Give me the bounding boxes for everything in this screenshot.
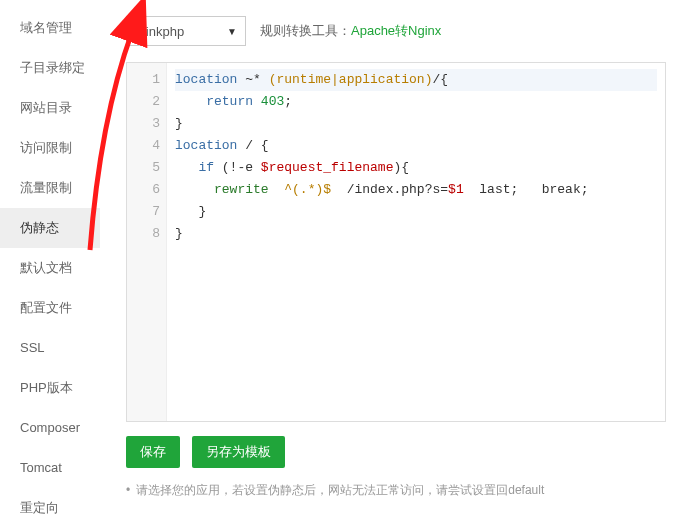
- hint-text: •请选择您的应用，若设置伪静态后，网站无法正常访问，请尝试设置回default: [126, 482, 679, 499]
- select-value: thinkphp: [135, 24, 184, 39]
- sidebar-item-php[interactable]: PHP版本: [0, 368, 100, 408]
- sidebar-item-subdir[interactable]: 子目录绑定: [0, 48, 100, 88]
- editor-gutter: 12345678: [127, 63, 167, 421]
- sidebar-item-traffic-limit[interactable]: 流量限制: [0, 168, 100, 208]
- editor-code[interactable]: location ~* (runtime|application)/{ retu…: [167, 63, 665, 421]
- save-button[interactable]: 保存: [126, 436, 180, 468]
- hint-content: 请选择您的应用，若设置伪静态后，网站无法正常访问，请尝试设置回default: [136, 483, 544, 497]
- sidebar-item-ssl[interactable]: SSL: [0, 328, 100, 368]
- sidebar-item-access-limit[interactable]: 访问限制: [0, 128, 100, 168]
- chevron-down-icon: ▼: [227, 26, 237, 37]
- sidebar-item-tomcat[interactable]: Tomcat: [0, 448, 100, 488]
- main-panel: thinkphp ▼ 规则转换工具：Apache转Nginx 12345678 …: [100, 0, 695, 520]
- convert-tool: 规则转换工具：Apache转Nginx: [260, 22, 441, 40]
- sidebar-item-domain[interactable]: 域名管理: [0, 8, 100, 48]
- convert-label: 规则转换工具：: [260, 23, 351, 38]
- sidebar: 域名管理 子目录绑定 网站目录 访问限制 流量限制 伪静态 默认文档 配置文件 …: [0, 0, 100, 520]
- sidebar-item-composer[interactable]: Composer: [0, 408, 100, 448]
- sidebar-item-config[interactable]: 配置文件: [0, 288, 100, 328]
- sidebar-item-rewrite[interactable]: 伪静态: [0, 208, 100, 248]
- convert-link[interactable]: Apache转Nginx: [351, 23, 441, 38]
- rewrite-template-select[interactable]: thinkphp ▼: [126, 16, 246, 46]
- sidebar-item-default-doc[interactable]: 默认文档: [0, 248, 100, 288]
- bullet-icon: •: [126, 483, 130, 497]
- code-editor[interactable]: 12345678 location ~* (runtime|applicatio…: [126, 62, 666, 422]
- save-as-template-button[interactable]: 另存为模板: [192, 436, 285, 468]
- sidebar-item-sitedir[interactable]: 网站目录: [0, 88, 100, 128]
- sidebar-item-redirect[interactable]: 重定向: [0, 488, 100, 520]
